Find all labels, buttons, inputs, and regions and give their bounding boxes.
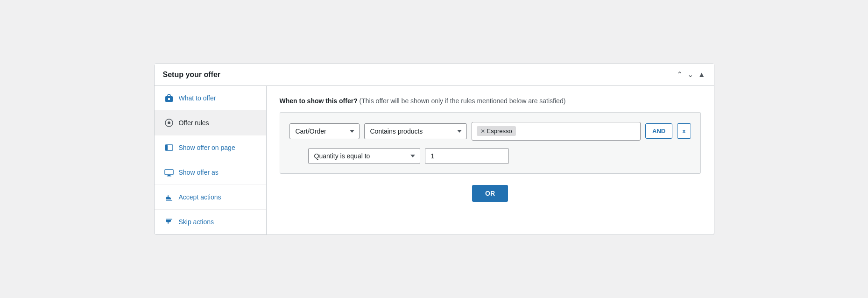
sidebar-item-offer-rules[interactable]: Offer rules bbox=[155, 111, 266, 135]
chevron-down-icon[interactable]: ⌄ bbox=[687, 71, 693, 78]
sidebar-item-what-to-offer[interactable]: What to offer bbox=[155, 86, 266, 111]
show-offer-as-icon bbox=[164, 168, 174, 177]
expand-icon[interactable]: ▲ bbox=[698, 71, 706, 78]
tag-label: Espresso bbox=[487, 128, 512, 135]
rule-row-2: Quantity is equal to bbox=[289, 148, 691, 164]
sidebar-item-accept-actions-label: Accept actions bbox=[179, 193, 221, 201]
sidebar-item-show-offer-on-page-label: Show offer on page bbox=[179, 144, 235, 151]
svg-point-3 bbox=[168, 121, 170, 124]
sidebar-item-show-offer-on-page[interactable]: Show offer on page bbox=[155, 135, 266, 160]
header-icons: ⌃ ⌄ ▲ bbox=[677, 71, 706, 78]
sidebar-item-show-offer-as[interactable]: Show offer as bbox=[155, 160, 266, 185]
cart-order-select[interactable]: Cart/Order bbox=[289, 123, 360, 139]
offer-rules-icon bbox=[164, 118, 174, 128]
sidebar-item-skip-actions[interactable]: Skip actions bbox=[155, 210, 266, 234]
condition-select[interactable]: Contains products bbox=[364, 123, 467, 139]
svg-rect-6 bbox=[165, 170, 173, 175]
what-to-offer-icon bbox=[164, 93, 174, 103]
setup-offer-panel: Setup your offer ⌃ ⌄ ▲ What to offer bbox=[154, 64, 714, 235]
sidebar-item-what-to-offer-label: What to offer bbox=[179, 94, 216, 102]
sidebar: What to offer Offer rules bbox=[155, 86, 267, 234]
tag-remove-icon[interactable]: ✕ bbox=[480, 128, 485, 134]
rule-row-1: Cart/Order Contains products ✕ Espresso … bbox=[289, 122, 691, 141]
sidebar-item-skip-actions-label: Skip actions bbox=[179, 218, 214, 226]
panel-title: Setup your offer bbox=[163, 71, 221, 79]
or-button[interactable]: OR bbox=[472, 185, 508, 202]
section-heading: When to show this offer? (This offer wil… bbox=[280, 97, 701, 105]
remove-rule-button[interactable]: x bbox=[677, 123, 691, 139]
main-content: When to show this offer? (This offer wil… bbox=[267, 86, 714, 234]
svg-rect-8 bbox=[167, 176, 171, 177]
svg-rect-1 bbox=[168, 98, 170, 100]
heading-text: When to show this offer? bbox=[280, 97, 358, 105]
espresso-tag: ✕ Espresso bbox=[477, 126, 516, 136]
rule-box: Cart/Order Contains products ✕ Espresso … bbox=[280, 112, 701, 174]
sidebar-item-offer-rules-label: Offer rules bbox=[179, 119, 209, 127]
svg-rect-5 bbox=[165, 145, 168, 150]
sidebar-item-accept-actions[interactable]: Accept actions bbox=[155, 185, 266, 210]
subheading-text: (This offer will be shown only if the ru… bbox=[360, 97, 566, 105]
quantity-select[interactable]: Quantity is equal to bbox=[308, 148, 420, 164]
quantity-input[interactable] bbox=[425, 148, 509, 164]
accept-actions-icon bbox=[164, 192, 174, 202]
svg-rect-9 bbox=[166, 200, 172, 201]
chevron-up-icon[interactable]: ⌃ bbox=[677, 71, 683, 78]
tag-field[interactable]: ✕ Espresso bbox=[472, 122, 641, 141]
or-section: OR bbox=[280, 185, 701, 202]
svg-rect-7 bbox=[168, 175, 170, 176]
panel-header: Setup your offer ⌃ ⌄ ▲ bbox=[155, 64, 714, 86]
show-offer-on-page-icon bbox=[164, 143, 174, 152]
skip-actions-icon bbox=[164, 217, 174, 227]
svg-rect-10 bbox=[166, 219, 172, 220]
panel-body: What to offer Offer rules bbox=[155, 86, 714, 234]
and-button[interactable]: AND bbox=[645, 123, 672, 139]
sidebar-item-show-offer-as-label: Show offer as bbox=[179, 169, 219, 176]
